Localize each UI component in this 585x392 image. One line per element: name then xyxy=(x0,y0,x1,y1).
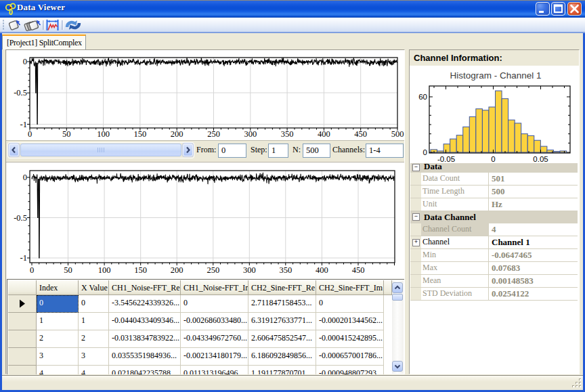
svg-text:0: 0 xyxy=(30,265,34,275)
svg-text:200: 200 xyxy=(171,129,183,139)
svg-text:350: 350 xyxy=(281,129,294,139)
svg-text:-1: -1 xyxy=(20,253,27,263)
svg-text:150: 150 xyxy=(134,129,147,139)
svg-text:200: 200 xyxy=(171,265,183,275)
svg-text:350: 350 xyxy=(279,265,292,275)
svg-text:Histogram - Channel 1: Histogram - Channel 1 xyxy=(450,70,541,81)
svg-text:0: 0 xyxy=(491,155,495,163)
svg-text:300: 300 xyxy=(244,129,257,139)
svg-text:0.05: 0.05 xyxy=(533,155,548,163)
svg-text:400: 400 xyxy=(318,129,330,139)
svg-text:0: 0 xyxy=(423,148,427,156)
svg-text:250: 250 xyxy=(207,265,219,275)
svg-text:100: 100 xyxy=(98,265,111,275)
svg-text:500: 500 xyxy=(391,129,404,139)
svg-text:-0.5: -0.5 xyxy=(14,213,27,223)
svg-text:300: 300 xyxy=(243,265,256,275)
svg-text:450: 450 xyxy=(354,129,367,139)
svg-text:50: 50 xyxy=(64,265,72,275)
svg-text:0: 0 xyxy=(23,57,27,66)
svg-text:-1: -1 xyxy=(20,120,27,129)
svg-text:0: 0 xyxy=(23,173,27,182)
svg-text:60: 60 xyxy=(418,93,427,101)
svg-text:-0.5: -0.5 xyxy=(14,88,27,97)
svg-text:250: 250 xyxy=(207,129,220,139)
svg-text:0: 0 xyxy=(28,129,32,139)
svg-text:450: 450 xyxy=(352,265,365,275)
svg-text:50: 50 xyxy=(62,129,71,139)
svg-text:400: 400 xyxy=(316,265,328,275)
svg-text:150: 150 xyxy=(134,265,147,275)
svg-text:100: 100 xyxy=(97,129,110,139)
